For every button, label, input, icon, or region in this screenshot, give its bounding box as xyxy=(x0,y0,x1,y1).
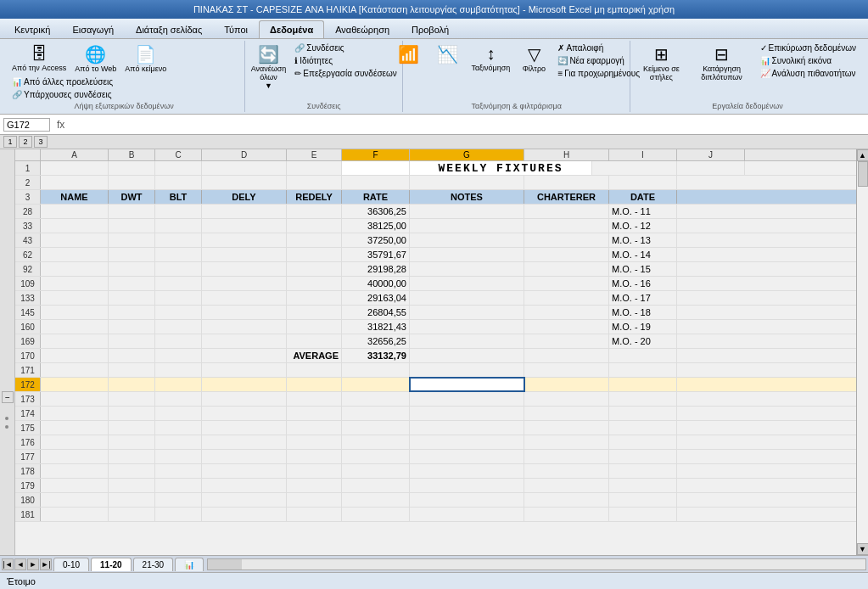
cell-d-178[interactable] xyxy=(202,464,287,478)
btn-sort-desc[interactable]: 📉 xyxy=(428,42,466,66)
cell-i-92[interactable]: M.O. - 15 xyxy=(609,262,677,276)
cell-a-170[interactable] xyxy=(41,349,109,362)
cell-c-173[interactable] xyxy=(155,392,202,406)
scroll-thumb[interactable] xyxy=(858,161,868,187)
cell-f-rate-173[interactable] xyxy=(342,392,410,406)
cell-i-175[interactable] xyxy=(609,421,677,435)
cell-g-145[interactable] xyxy=(410,306,524,319)
cell-b-133[interactable] xyxy=(109,291,155,305)
cell-h-174[interactable] xyxy=(524,407,609,420)
level-btn-1[interactable]: 1 xyxy=(3,136,17,148)
cell-e-169[interactable] xyxy=(287,334,342,348)
last-sheet-btn[interactable]: ►| xyxy=(40,558,52,570)
cell-d1[interactable] xyxy=(202,161,287,175)
cell-i-133[interactable]: M.O. - 17 xyxy=(609,291,677,305)
tab-anatheorese[interactable]: Αναθεώρηση xyxy=(324,20,400,38)
cell-b-172[interactable] xyxy=(109,378,155,391)
cell-f-rate-180[interactable] xyxy=(342,493,410,507)
cell-e-178[interactable] xyxy=(287,464,342,478)
cell-e-176[interactable] xyxy=(287,435,342,449)
cell-a-173[interactable] xyxy=(41,392,109,406)
col-header-a[interactable]: A xyxy=(41,149,109,160)
cell-c1[interactable] xyxy=(155,161,202,175)
btn-analysis[interactable]: 📈 Ανάλυση πιθανοτήτων xyxy=(757,68,860,79)
cell-d-33[interactable] xyxy=(202,219,287,233)
tab-kentrike[interactable]: Κεντρική xyxy=(3,20,61,38)
cell-a-174[interactable] xyxy=(41,407,109,420)
cell-d-173[interactable] xyxy=(202,392,287,406)
cell-g-176[interactable] xyxy=(410,435,524,449)
btn-sort[interactable]: ↕ Ταξινόμηση xyxy=(468,42,513,74)
cell-d-62[interactable] xyxy=(202,248,287,261)
tab-eisagoge[interactable]: Εισαγωγή xyxy=(61,20,125,38)
cell-i-62[interactable]: M.O. - 14 xyxy=(609,248,677,261)
cell-c-33[interactable] xyxy=(155,219,202,233)
cell-g-160[interactable] xyxy=(410,320,524,334)
col-header-b[interactable]: B xyxy=(109,149,155,160)
cell-g-62[interactable] xyxy=(410,248,524,261)
cell-a-171[interactable] xyxy=(41,363,109,377)
cell-d-133[interactable] xyxy=(202,291,287,305)
cell-h-175[interactable] xyxy=(524,421,609,435)
cell-a-178[interactable] xyxy=(41,464,109,478)
cell-b1[interactable] xyxy=(109,161,155,175)
cell-i-33[interactable]: M.O. - 12 xyxy=(609,219,677,233)
cell-h-176[interactable] xyxy=(524,435,609,449)
cell-c-175[interactable] xyxy=(155,421,202,435)
cell-i1[interactable] xyxy=(677,161,745,175)
sheet-tab-chart[interactable]: 📊 xyxy=(175,558,204,571)
cell-h-170[interactable] xyxy=(524,349,609,362)
col-header-c[interactable]: C xyxy=(155,149,202,160)
cell-e-174[interactable] xyxy=(287,407,342,420)
header-notes[interactable]: NOTES xyxy=(410,190,524,204)
cell-b-43[interactable] xyxy=(109,233,155,247)
cell-i-43[interactable]: M.O. - 13 xyxy=(609,233,677,247)
cell-d-160[interactable] xyxy=(202,320,287,334)
cell-i-170[interactable] xyxy=(609,349,677,362)
cell-g1-title[interactable]: WEEKLY FIXTURES xyxy=(410,161,592,175)
cell-i-28[interactable]: M.O. - 11 xyxy=(609,205,677,218)
cell-i-176[interactable] xyxy=(609,435,677,449)
cell-e-133[interactable] xyxy=(287,291,342,305)
header-date[interactable]: DATE xyxy=(609,190,677,204)
cell-e-33[interactable] xyxy=(287,219,342,233)
col-header-e[interactable]: E xyxy=(287,149,342,160)
btn-overview[interactable]: 📊 Συνολική εικόνα xyxy=(757,55,860,66)
cell-e-172[interactable] xyxy=(287,378,342,391)
cell-b-92[interactable] xyxy=(109,262,155,276)
cell-g-43[interactable] xyxy=(410,233,524,247)
cell-b-170[interactable] xyxy=(109,349,155,362)
cell-b-178[interactable] xyxy=(109,464,155,478)
cell-f-rate-109[interactable]: 40000,00 xyxy=(342,277,410,290)
cell-b-62[interactable] xyxy=(109,248,155,261)
btn-validate[interactable]: ✓ Επικύρωση δεδομένων xyxy=(757,42,860,53)
cell-c-174[interactable] xyxy=(155,407,202,420)
cell-i2[interactable] xyxy=(609,176,677,189)
cell-b-109[interactable] xyxy=(109,277,155,290)
cell-c-170[interactable] xyxy=(155,349,202,362)
cell-h1[interactable] xyxy=(592,161,677,175)
cell-a-169[interactable] xyxy=(41,334,109,348)
cell-h-43[interactable] xyxy=(524,233,609,247)
cell-e-171[interactable] xyxy=(287,363,342,377)
cell-e-28[interactable] xyxy=(287,205,342,218)
cell-g-175[interactable] xyxy=(410,421,524,435)
cell-g-172[interactable] xyxy=(410,378,524,391)
cell-h-109[interactable] xyxy=(524,277,609,290)
sheet-tab-0-10[interactable]: 0-10 xyxy=(53,558,89,571)
formula-input[interactable] xyxy=(68,120,865,130)
cell-c-181[interactable] xyxy=(155,508,202,521)
cell-a-179[interactable] xyxy=(41,479,109,492)
scroll-down-btn[interactable]: ▼ xyxy=(857,543,869,555)
cell-f-rate-170[interactable]: 33132,79 xyxy=(342,349,410,362)
cell-g2[interactable] xyxy=(410,176,524,189)
cell-g-133[interactable] xyxy=(410,291,524,305)
cell-e-177[interactable] xyxy=(287,450,342,463)
btn-other-sources[interactable]: 📊 Από άλλες προελεύσεις xyxy=(8,76,116,87)
cell-i-173[interactable] xyxy=(609,392,677,406)
header-rate[interactable]: RATE xyxy=(342,190,410,204)
cell-g-173[interactable] xyxy=(410,392,524,406)
cell-g-178[interactable] xyxy=(410,464,524,478)
sheet-tab-21-30[interactable]: 21-30 xyxy=(133,558,174,571)
cell-i-172[interactable] xyxy=(609,378,677,391)
